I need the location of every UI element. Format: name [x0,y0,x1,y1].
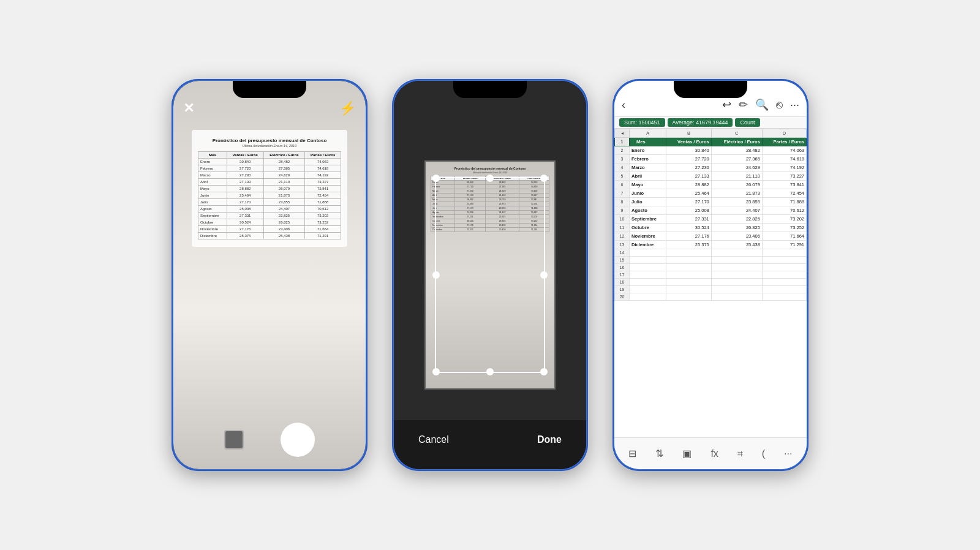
excel-cell[interactable]: 25.008 [666,206,712,215]
excel-cell[interactable]: 28.882 [666,181,712,189]
excel-cell[interactable]: 24.407 [711,206,762,215]
excel-cell[interactable]: 74.618 [762,155,806,164]
col-B[interactable]: B [666,129,712,138]
header-cell[interactable]: Ventas / Euros [666,138,712,146]
excel-cell[interactable] [630,249,666,257]
header-cell[interactable]: Mes [630,138,666,146]
excel-cell[interactable]: 27.720 [666,155,712,164]
header-cell[interactable]: Eléctrico / Euros [711,138,762,146]
excel-cell[interactable] [711,293,762,301]
excel-cell[interactable] [711,271,762,279]
excel-cell[interactable]: 22.825 [711,215,762,224]
excel-cell[interactable] [711,286,762,293]
cancel-button[interactable]: Cancel [418,434,449,445]
excel-cell[interactable]: 23.855 [711,198,762,206]
excel-cell[interactable]: 25.438 [711,241,762,249]
undo-icon[interactable]: ↩ [722,98,731,111]
excel-cell[interactable]: 26.079 [711,181,762,189]
excel-cell[interactable]: 73.841 [762,181,806,189]
excel-cell[interactable]: 71.664 [762,232,806,241]
excel-cell[interactable] [762,264,806,271]
search-icon[interactable]: 🔍 [755,98,769,111]
handle-top-right[interactable] [540,175,548,182]
excel-cell[interactable] [762,257,806,264]
excel-cell[interactable]: Enero [630,146,666,155]
excel-cell[interactable]: 71.291 [762,241,806,249]
excel-cell[interactable]: 73.252 [762,224,806,232]
handle-bot-right[interactable] [540,368,548,375]
excel-cell[interactable] [666,257,712,264]
formula-icon[interactable]: fx [710,448,718,459]
excel-cell[interactable] [666,279,712,286]
shutter-button[interactable] [281,423,315,457]
sort-icon[interactable]: ⇅ [655,448,663,459]
col-A[interactable]: A [630,129,666,138]
excel-cell[interactable]: 27.133 [666,172,712,181]
share-icon[interactable]: ⎋ [776,99,783,111]
excel-cell[interactable]: Diciembre [630,241,666,249]
excel-cell[interactable]: 26.825 [711,224,762,232]
excel-cell[interactable] [711,279,762,286]
excel-cell[interactable]: 30.524 [666,224,712,232]
excel-cell[interactable]: 27.230 [666,164,712,172]
excel-cell[interactable]: 25.375 [666,241,712,249]
excel-cell[interactable]: 74.063 [762,146,806,155]
excel-cell[interactable]: 25.464 [666,189,712,198]
excel-cell[interactable]: Febrero [630,155,666,164]
excel-cell[interactable]: 24.629 [711,164,762,172]
selection-box[interactable] [435,177,545,373]
excel-cell[interactable] [711,249,762,257]
pen-icon[interactable]: ✏ [739,98,748,111]
handle-mid-left[interactable] [432,271,440,279]
excel-cell[interactable] [711,264,762,271]
excel-cell[interactable] [762,249,806,257]
excel-cell[interactable] [762,271,806,279]
excel-cell[interactable]: Mayo [630,181,666,189]
excel-cell[interactable]: 28.482 [711,146,762,155]
close-icon[interactable]: ✕ [183,100,194,116]
back-button[interactable]: ‹ [622,99,625,111]
excel-cell[interactable]: 70.612 [762,206,806,215]
excel-cell[interactable]: 73.227 [762,172,806,181]
excel-cell[interactable] [666,286,712,293]
excel-cell[interactable]: 27.331 [666,215,712,224]
excel-cell[interactable]: Octubre [630,224,666,232]
excel-cell[interactable]: Junio [630,189,666,198]
done-button[interactable]: Done [537,434,562,445]
col-C[interactable]: C [711,129,762,138]
more-icon[interactable]: ··· [790,99,799,111]
excel-cell[interactable] [711,257,762,264]
insert-icon[interactable]: ▣ [682,448,692,459]
excel-cell[interactable]: Abril [630,172,666,181]
excel-cell[interactable]: 73.202 [762,215,806,224]
format-icon[interactable]: ⌗ [737,448,743,459]
excel-cell[interactable]: 27.365 [711,155,762,164]
excel-cell[interactable] [762,286,806,293]
excel-cell[interactable] [630,257,666,264]
sheets-icon[interactable]: ⊟ [628,448,636,459]
handle-bot-left[interactable] [432,368,440,375]
excel-cell[interactable] [666,264,712,271]
excel-cell[interactable]: 21.873 [711,189,762,198]
excel-cell[interactable] [630,293,666,301]
excel-cell[interactable] [666,249,712,257]
excel-cell[interactable] [630,271,666,279]
excel-cell[interactable]: 27.170 [666,198,712,206]
excel-cell[interactable] [630,264,666,271]
col-D[interactable]: D [762,129,806,138]
excel-cell[interactable] [762,293,806,301]
handle-top-left[interactable] [432,175,440,182]
handle-bot-center[interactable] [486,368,494,375]
excel-cell[interactable] [630,286,666,293]
header-cell[interactable]: Partes / Euros [762,138,806,146]
excel-cell[interactable]: 30.840 [666,146,712,155]
excel-cell[interactable] [762,279,806,286]
handle-top-center[interactable] [486,175,494,182]
excel-cell[interactable]: 23.406 [711,232,762,241]
excel-cell[interactable]: 72.454 [762,189,806,198]
more-bottom-icon[interactable]: ··· [784,448,792,459]
excel-cell[interactable] [666,293,712,301]
flash-icon[interactable]: ⚡ [339,100,356,116]
handle-mid-right[interactable] [540,271,548,279]
excel-cell[interactable]: 21.110 [711,172,762,181]
